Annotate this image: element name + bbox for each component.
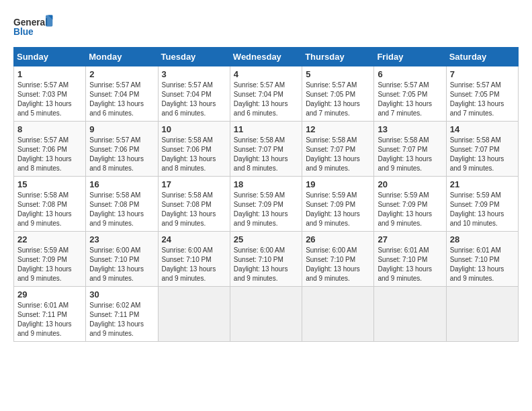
day-number: 16	[89, 179, 154, 189]
day-info: Sunrise: 5:59 AM Sunset: 7:09 PM Dayligh…	[450, 191, 515, 228]
calendar-cell: 5 Sunrise: 5:57 AM Sunset: 7:05 PM Dayli…	[302, 66, 374, 122]
day-number: 28	[450, 234, 515, 244]
day-info: Sunrise: 6:02 AM Sunset: 7:11 PM Dayligh…	[89, 301, 154, 338]
day-number: 12	[306, 124, 370, 134]
day-info: Sunrise: 5:58 AM Sunset: 7:07 PM Dayligh…	[306, 136, 370, 173]
day-number: 24	[162, 234, 226, 244]
day-info: Sunrise: 6:00 AM Sunset: 7:10 PM Dayligh…	[162, 246, 226, 283]
calendar-cell: 12 Sunrise: 5:58 AM Sunset: 7:07 PM Dayl…	[302, 122, 374, 177]
day-info: Sunrise: 5:57 AM Sunset: 7:05 PM Dayligh…	[378, 81, 442, 118]
day-number: 17	[162, 179, 226, 189]
calendar-cell: 21 Sunrise: 5:59 AM Sunset: 7:09 PM Dayl…	[446, 177, 518, 232]
calendar-cell: 24 Sunrise: 6:00 AM Sunset: 7:10 PM Dayl…	[158, 232, 230, 287]
day-info: Sunrise: 5:59 AM Sunset: 7:09 PM Dayligh…	[234, 191, 298, 228]
day-number: 18	[234, 179, 298, 189]
day-info: Sunrise: 6:01 AM Sunset: 7:10 PM Dayligh…	[378, 246, 442, 283]
day-info: Sunrise: 5:58 AM Sunset: 7:07 PM Dayligh…	[378, 136, 442, 173]
day-info: Sunrise: 5:57 AM Sunset: 7:04 PM Dayligh…	[162, 81, 226, 118]
calendar-cell: 7 Sunrise: 5:57 AM Sunset: 7:05 PM Dayli…	[446, 66, 518, 122]
calendar-cell: 29 Sunrise: 6:01 AM Sunset: 7:11 PM Dayl…	[14, 287, 86, 342]
calendar-cell: 4 Sunrise: 5:57 AM Sunset: 7:04 PM Dayli…	[230, 66, 302, 122]
day-info: Sunrise: 5:59 AM Sunset: 7:09 PM Dayligh…	[306, 191, 370, 228]
day-info: Sunrise: 6:01 AM Sunset: 7:11 PM Dayligh…	[17, 301, 82, 338]
calendar-cell: 19 Sunrise: 5:59 AM Sunset: 7:09 PM Dayl…	[302, 177, 374, 232]
day-number: 20	[378, 179, 442, 189]
day-info: Sunrise: 5:59 AM Sunset: 7:09 PM Dayligh…	[17, 246, 82, 283]
day-number: 14	[450, 124, 515, 134]
calendar-cell: 9 Sunrise: 5:57 AM Sunset: 7:06 PM Dayli…	[86, 122, 158, 177]
calendar-cell: 10 Sunrise: 5:58 AM Sunset: 7:06 PM Dayl…	[158, 122, 230, 177]
calendar-cell: 16 Sunrise: 5:58 AM Sunset: 7:08 PM Dayl…	[86, 177, 158, 232]
calendar-cell: 30 Sunrise: 6:02 AM Sunset: 7:11 PM Dayl…	[86, 287, 158, 342]
day-number: 10	[162, 124, 226, 134]
day-info: Sunrise: 6:00 AM Sunset: 7:10 PM Dayligh…	[234, 246, 298, 283]
header-thursday: Thursday	[302, 48, 374, 66]
calendar-cell: 6 Sunrise: 5:57 AM Sunset: 7:05 PM Dayli…	[374, 66, 446, 122]
calendar-cell: 26 Sunrise: 6:00 AM Sunset: 7:10 PM Dayl…	[302, 232, 374, 287]
svg-rect-3	[46, 15, 52, 26]
day-info: Sunrise: 6:00 AM Sunset: 7:10 PM Dayligh…	[306, 246, 370, 283]
calendar-cell: 3 Sunrise: 5:57 AM Sunset: 7:04 PM Dayli…	[158, 66, 230, 122]
calendar-cell: 15 Sunrise: 5:58 AM Sunset: 7:08 PM Dayl…	[14, 177, 86, 232]
calendar-cell: 17 Sunrise: 5:58 AM Sunset: 7:08 PM Dayl…	[158, 177, 230, 232]
calendar-header-row: Sunday Monday Tuesday Wednesday Thursday…	[14, 48, 519, 66]
header-tuesday: Tuesday	[158, 48, 230, 66]
day-number: 7	[450, 69, 515, 79]
day-info: Sunrise: 5:57 AM Sunset: 7:04 PM Dayligh…	[234, 81, 298, 118]
logo: General Blue	[13, 13, 54, 40]
day-info: Sunrise: 5:58 AM Sunset: 7:08 PM Dayligh…	[17, 191, 82, 228]
day-info: Sunrise: 5:58 AM Sunset: 7:08 PM Dayligh…	[162, 191, 226, 228]
calendar-row: 15 Sunrise: 5:58 AM Sunset: 7:08 PM Dayl…	[14, 177, 519, 232]
day-info: Sunrise: 5:58 AM Sunset: 7:07 PM Dayligh…	[234, 136, 298, 173]
day-info: Sunrise: 5:58 AM Sunset: 7:08 PM Dayligh…	[89, 191, 154, 228]
calendar-cell: 20 Sunrise: 5:59 AM Sunset: 7:09 PM Dayl…	[374, 177, 446, 232]
calendar-row: 1 Sunrise: 5:57 AM Sunset: 7:03 PM Dayli…	[14, 66, 519, 122]
day-number: 29	[17, 289, 82, 300]
calendar-cell: 28 Sunrise: 6:01 AM Sunset: 7:10 PM Dayl…	[446, 232, 518, 287]
calendar-cell	[158, 287, 230, 342]
calendar-cell	[374, 287, 446, 342]
day-info: Sunrise: 5:57 AM Sunset: 7:05 PM Dayligh…	[450, 81, 515, 118]
calendar-cell	[230, 287, 302, 342]
day-number: 26	[306, 234, 370, 244]
calendar-cell: 13 Sunrise: 5:58 AM Sunset: 7:07 PM Dayl…	[374, 122, 446, 177]
day-number: 15	[17, 179, 82, 189]
day-number: 8	[17, 124, 82, 134]
day-info: Sunrise: 5:57 AM Sunset: 7:04 PM Dayligh…	[89, 81, 154, 118]
header-saturday: Saturday	[446, 48, 518, 66]
day-number: 13	[378, 124, 442, 134]
calendar-cell	[446, 287, 518, 342]
calendar-cell: 14 Sunrise: 5:58 AM Sunset: 7:07 PM Dayl…	[446, 122, 518, 177]
calendar-cell: 18 Sunrise: 5:59 AM Sunset: 7:09 PM Dayl…	[230, 177, 302, 232]
calendar-cell: 8 Sunrise: 5:57 AM Sunset: 7:06 PM Dayli…	[14, 122, 86, 177]
day-info: Sunrise: 5:58 AM Sunset: 7:07 PM Dayligh…	[450, 136, 515, 173]
calendar-row: 29 Sunrise: 6:01 AM Sunset: 7:11 PM Dayl…	[14, 287, 519, 342]
day-number: 4	[234, 69, 298, 79]
day-info: Sunrise: 6:00 AM Sunset: 7:10 PM Dayligh…	[89, 246, 154, 283]
day-number: 5	[306, 69, 370, 79]
header-friday: Friday	[374, 48, 446, 66]
calendar-row: 8 Sunrise: 5:57 AM Sunset: 7:06 PM Dayli…	[14, 122, 519, 177]
day-info: Sunrise: 5:57 AM Sunset: 7:05 PM Dayligh…	[306, 81, 370, 118]
header-sunday: Sunday	[14, 48, 86, 66]
day-number: 9	[89, 124, 154, 134]
day-number: 1	[17, 69, 82, 79]
calendar-cell: 27 Sunrise: 6:01 AM Sunset: 7:10 PM Dayl…	[374, 232, 446, 287]
calendar-cell: 25 Sunrise: 6:00 AM Sunset: 7:10 PM Dayl…	[230, 232, 302, 287]
page-header: General Blue	[13, 13, 519, 40]
day-info: Sunrise: 5:57 AM Sunset: 7:06 PM Dayligh…	[89, 136, 154, 173]
day-number: 27	[378, 234, 442, 244]
day-info: Sunrise: 5:57 AM Sunset: 7:06 PM Dayligh…	[17, 136, 82, 173]
calendar-cell	[302, 287, 374, 342]
calendar-cell: 22 Sunrise: 5:59 AM Sunset: 7:09 PM Dayl…	[14, 232, 86, 287]
day-number: 2	[89, 69, 154, 79]
calendar-cell: 11 Sunrise: 5:58 AM Sunset: 7:07 PM Dayl…	[230, 122, 302, 177]
calendar-cell: 2 Sunrise: 5:57 AM Sunset: 7:04 PM Dayli…	[86, 66, 158, 122]
svg-text:General: General	[13, 17, 48, 28]
day-number: 30	[89, 289, 154, 300]
day-number: 6	[378, 69, 442, 79]
calendar-row: 22 Sunrise: 5:59 AM Sunset: 7:09 PM Dayl…	[14, 232, 519, 287]
svg-text:Blue: Blue	[13, 27, 34, 37]
day-number: 11	[234, 124, 298, 134]
day-number: 19	[306, 179, 370, 189]
